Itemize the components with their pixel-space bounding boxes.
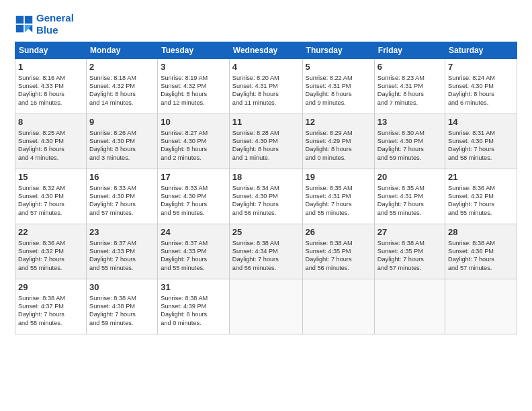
- calendar-table: SundayMondayTuesdayWednesdayThursdayFrid…: [15, 42, 517, 334]
- day-number: 11: [232, 116, 300, 128]
- day-info-line: Sunrise: 8:38 AM: [378, 239, 442, 247]
- day-info-line: Sunrise: 8:20 AM: [232, 74, 300, 82]
- day-number: 28: [448, 226, 514, 238]
- calendar-body: 1Sunrise: 8:16 AMSunset: 4:33 PMDaylight…: [15, 59, 517, 334]
- day-info-line: Sunrise: 8:32 AM: [18, 184, 83, 192]
- day-info-line: Sunrise: 8:38 AM: [18, 294, 83, 302]
- day-cell: 18Sunrise: 8:34 AMSunset: 4:30 PMDayligh…: [229, 169, 302, 224]
- day-info-line: Daylight: 8 hours: [232, 145, 300, 153]
- day-info-line: Daylight: 8 hours: [306, 145, 371, 153]
- day-info-line: Sunrise: 8:16 AM: [18, 74, 83, 82]
- day-info-line: Daylight: 8 hours: [89, 90, 154, 98]
- day-info-line: Daylight: 7 hours: [378, 145, 442, 153]
- header: General Blue: [15, 12, 517, 36]
- day-cell: 27Sunrise: 8:38 AMSunset: 4:35 PMDayligh…: [374, 224, 445, 279]
- day-info-line: Sunrise: 8:38 AM: [306, 239, 371, 247]
- header-cell-sunday: Sunday: [15, 42, 87, 59]
- day-info-line: Sunset: 4:32 PM: [18, 247, 83, 255]
- day-info-line: Daylight: 7 hours: [378, 255, 442, 263]
- day-number: 5: [306, 61, 371, 73]
- day-info-line: and 55 minutes.: [161, 264, 226, 272]
- day-info-line: Daylight: 7 hours: [378, 200, 442, 208]
- day-cell: 15Sunrise: 8:32 AMSunset: 4:30 PMDayligh…: [15, 169, 87, 224]
- day-cell: [302, 279, 374, 334]
- week-row-2: 8Sunrise: 8:25 AMSunset: 4:30 PMDaylight…: [15, 114, 517, 169]
- header-cell-friday: Friday: [374, 42, 445, 59]
- day-info-line: and 55 minutes.: [448, 209, 514, 217]
- day-info-line: Daylight: 8 hours: [378, 90, 442, 98]
- day-number: 26: [306, 226, 371, 238]
- day-info-line: and 59 minutes.: [378, 154, 442, 162]
- day-cell: 19Sunrise: 8:35 AMSunset: 4:31 PMDayligh…: [302, 169, 374, 224]
- day-info-line: and 56 minutes.: [232, 264, 300, 272]
- day-info-line: Daylight: 7 hours: [161, 200, 226, 208]
- day-cell: 29Sunrise: 8:38 AMSunset: 4:37 PMDayligh…: [15, 279, 87, 334]
- day-info-line: Sunset: 4:30 PM: [378, 137, 442, 145]
- day-cell: 8Sunrise: 8:25 AMSunset: 4:30 PMDaylight…: [15, 114, 87, 169]
- day-info-line: Sunset: 4:34 PM: [232, 247, 300, 255]
- day-info-line: and 57 minutes.: [89, 209, 154, 217]
- day-cell: [445, 279, 517, 334]
- calendar-header-row: SundayMondayTuesdayWednesdayThursdayFrid…: [15, 42, 517, 59]
- day-info-line: Sunrise: 8:35 AM: [378, 184, 442, 192]
- day-number: 25: [232, 226, 300, 238]
- day-info-line: Sunrise: 8:30 AM: [378, 129, 442, 137]
- day-number: 4: [232, 61, 300, 73]
- day-cell: 23Sunrise: 8:37 AMSunset: 4:33 PMDayligh…: [87, 224, 158, 279]
- day-info-line: Sunset: 4:36 PM: [448, 247, 514, 255]
- day-info-line: Sunset: 4:32 PM: [89, 82, 154, 90]
- day-info-line: Sunset: 4:31 PM: [378, 192, 442, 200]
- page: General Blue SundayMondayTuesdayWednesda…: [0, 0, 532, 341]
- day-cell: 3Sunrise: 8:19 AMSunset: 4:32 PMDaylight…: [158, 59, 230, 114]
- day-info-line: Daylight: 7 hours: [89, 255, 154, 263]
- day-info-line: Sunrise: 8:38 AM: [161, 294, 226, 302]
- day-cell: 28Sunrise: 8:38 AMSunset: 4:36 PMDayligh…: [445, 224, 517, 279]
- day-cell: 5Sunrise: 8:22 AMSunset: 4:31 PMDaylight…: [302, 59, 374, 114]
- header-cell-tuesday: Tuesday: [158, 42, 230, 59]
- day-cell: 17Sunrise: 8:33 AMSunset: 4:30 PMDayligh…: [158, 169, 230, 224]
- day-number: 21: [448, 171, 514, 183]
- day-info-line: Sunrise: 8:34 AM: [232, 184, 300, 192]
- logo-text: General Blue: [36, 12, 74, 36]
- day-info-line: Daylight: 7 hours: [232, 255, 300, 263]
- day-cell: 6Sunrise: 8:23 AMSunset: 4:31 PMDaylight…: [374, 59, 445, 114]
- day-number: 7: [448, 61, 514, 73]
- day-info-line: Sunset: 4:31 PM: [378, 82, 442, 90]
- day-info-line: Daylight: 7 hours: [18, 310, 83, 318]
- day-number: 15: [18, 171, 83, 183]
- day-info-line: Sunset: 4:29 PM: [306, 137, 371, 145]
- day-info-line: Sunrise: 8:35 AM: [306, 184, 371, 192]
- day-info-line: Daylight: 7 hours: [232, 200, 300, 208]
- day-info-line: Daylight: 7 hours: [306, 200, 371, 208]
- day-number: 14: [448, 116, 514, 128]
- day-info-line: Sunrise: 8:38 AM: [232, 239, 300, 247]
- day-info-line: Daylight: 8 hours: [18, 90, 83, 98]
- day-number: 17: [161, 171, 226, 183]
- day-info-line: Sunset: 4:30 PM: [89, 137, 154, 145]
- day-cell: 16Sunrise: 8:33 AMSunset: 4:30 PMDayligh…: [87, 169, 158, 224]
- day-info-line: and 0 minutes.: [306, 154, 371, 162]
- day-info-line: Daylight: 8 hours: [448, 90, 514, 98]
- day-info-line: Sunset: 4:30 PM: [18, 137, 83, 145]
- day-info-line: and 56 minutes.: [161, 209, 226, 217]
- day-cell: 1Sunrise: 8:16 AMSunset: 4:33 PMDaylight…: [15, 59, 87, 114]
- day-info-line: and 57 minutes.: [448, 264, 514, 272]
- day-info-line: Daylight: 8 hours: [306, 90, 371, 98]
- svg-rect-1: [25, 16, 32, 24]
- day-cell: 21Sunrise: 8:36 AMSunset: 4:32 PMDayligh…: [445, 169, 517, 224]
- day-info-line: Sunrise: 8:38 AM: [89, 294, 154, 302]
- day-info-line: Sunset: 4:33 PM: [18, 82, 83, 90]
- day-number: 18: [232, 171, 300, 183]
- svg-rect-0: [16, 16, 24, 24]
- day-number: 3: [161, 61, 226, 73]
- day-info-line: Daylight: 7 hours: [89, 310, 154, 318]
- day-info-line: and 16 minutes.: [18, 99, 83, 107]
- day-info-line: Daylight: 7 hours: [18, 255, 83, 263]
- day-info-line: and 56 minutes.: [232, 209, 300, 217]
- day-cell: 12Sunrise: 8:29 AMSunset: 4:29 PMDayligh…: [302, 114, 374, 169]
- day-info-line: Sunset: 4:31 PM: [232, 82, 300, 90]
- day-cell: 31Sunrise: 8:38 AMSunset: 4:39 PMDayligh…: [158, 279, 230, 334]
- day-info-line: Daylight: 8 hours: [161, 90, 226, 98]
- day-info-line: Sunset: 4:32 PM: [448, 192, 514, 200]
- day-info-line: Daylight: 8 hours: [89, 145, 154, 153]
